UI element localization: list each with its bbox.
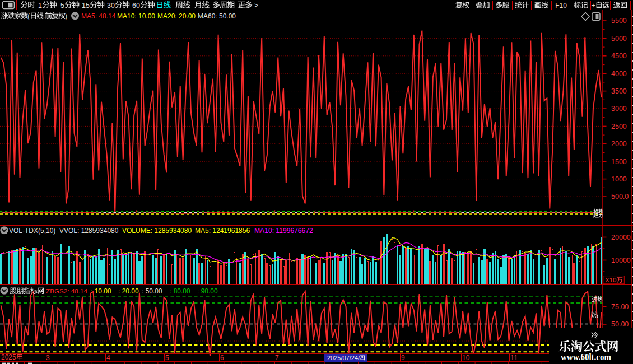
svg-text:MA60: 50.00: MA60: 50.00 (198, 12, 236, 20)
svg-text:MA20: 20.00: MA20: 20.00 (157, 12, 196, 20)
svg-text:4000: 4000 (611, 70, 627, 78)
svg-text:5: 5 (60, 2, 64, 10)
svg-text:50.00: 50.00 (611, 320, 629, 328)
svg-text:2025: 2025 (1, 353, 16, 361)
svg-text:ZBGS2: 48.14: ZBGS2: 48.14 (46, 287, 88, 295)
svg-text:MA5: 48.14: MA5: 48.14 (81, 12, 116, 20)
svg-text:2025/07/24/: 2025/07/24/ (327, 354, 360, 361)
svg-text:.: . (43, 12, 45, 20)
svg-text:5: 5 (165, 354, 169, 362)
svg-text:www.60lt.com: www.60lt.com (561, 352, 611, 362)
svg-text:MA10: 1199676672: MA10: 1199676672 (254, 227, 313, 235)
svg-text:7: 7 (275, 354, 279, 362)
svg-text:4: 4 (106, 354, 110, 362)
svg-text:(: ( (27, 12, 30, 20)
svg-text:: 20.00: : 20.00 (118, 287, 139, 295)
svg-text:30: 30 (107, 2, 115, 10)
svg-text:2500: 2500 (611, 123, 627, 130)
svg-text:11: 11 (510, 354, 518, 362)
svg-text:1000: 1000 (611, 175, 627, 183)
svg-text:): ) (65, 12, 67, 20)
svg-text:60: 60 (132, 2, 140, 10)
svg-text:VOLUME: 1285934080: VOLUME: 1285934080 (122, 227, 192, 235)
svg-text:: 80.00: : 80.00 (170, 287, 190, 295)
svg-text:: 90.00: : 90.00 (197, 287, 218, 295)
svg-text:>: > (252, 2, 258, 10)
svg-text:2000: 2000 (611, 140, 627, 148)
svg-text:MA5: 1241961856: MA5: 1241961856 (195, 227, 250, 235)
svg-text:75.00: 75.00 (611, 303, 629, 311)
svg-text:500.0: 500.0 (611, 193, 629, 200)
svg-text:10000: 10000 (611, 256, 631, 264)
svg-text:F10: F10 (555, 2, 567, 10)
svg-text:9: 9 (401, 354, 405, 362)
svg-text:3000: 3000 (611, 105, 627, 113)
svg-text:1500: 1500 (611, 158, 627, 166)
svg-text:10: 10 (462, 354, 470, 362)
svg-text:X10: X10 (605, 277, 617, 283)
svg-text:5000: 5000 (611, 35, 627, 43)
svg-text:+: + (592, 2, 595, 10)
svg-text:15: 15 (82, 2, 90, 10)
svg-text:VOL-TDX(5,10): VOL-TDX(5,10) (9, 227, 58, 235)
svg-text:5500: 5500 (611, 17, 627, 25)
svg-text:20000: 20000 (611, 234, 631, 241)
svg-text:MA10: 10.00: MA10: 10.00 (117, 12, 155, 20)
svg-text:3: 3 (46, 354, 50, 362)
svg-text:4500: 4500 (611, 52, 627, 60)
svg-text:6: 6 (220, 354, 224, 362)
svg-text:3500: 3500 (611, 87, 627, 95)
svg-text:: 10.00: : 10.00 (91, 287, 111, 295)
svg-text:1: 1 (38, 2, 42, 10)
svg-text:VVOL: 1285934080: VVOL: 1285934080 (59, 227, 119, 235)
svg-text:: 50.00: : 50.00 (142, 287, 162, 295)
